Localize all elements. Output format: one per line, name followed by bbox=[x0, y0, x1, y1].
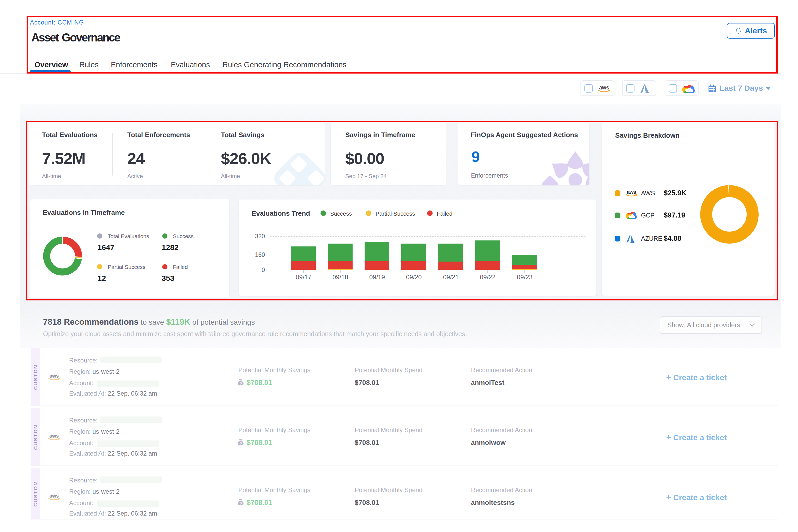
svg-text:aws: aws bbox=[49, 493, 59, 499]
svg-text:aws: aws bbox=[599, 84, 609, 91]
svg-text:$: $ bbox=[240, 441, 242, 445]
svg-text:$: $ bbox=[240, 381, 242, 385]
svg-text:aws: aws bbox=[49, 373, 59, 379]
svg-text:aws: aws bbox=[49, 433, 59, 439]
svg-text:$: $ bbox=[240, 501, 242, 505]
